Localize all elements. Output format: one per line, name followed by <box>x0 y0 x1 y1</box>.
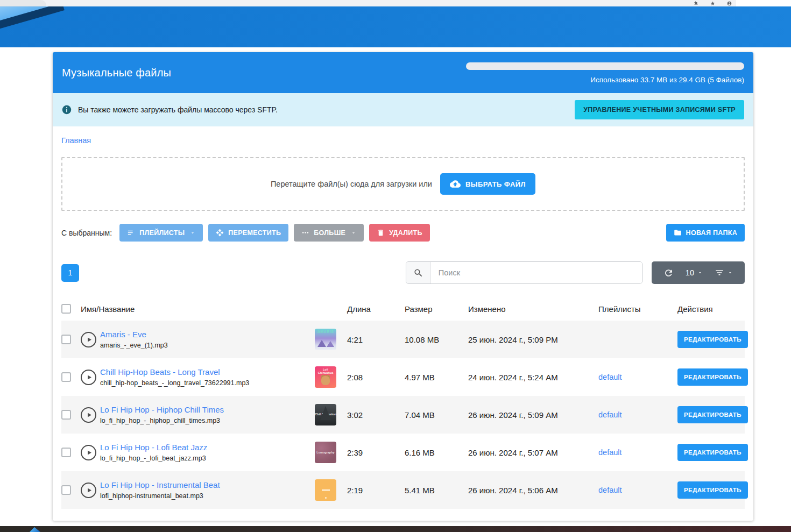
table-row: Chill Hip-Hop Beats - Long Travel chill_… <box>61 358 745 396</box>
more-button[interactable]: БОЛЬШЕ <box>294 224 364 242</box>
play-button[interactable] <box>81 407 96 423</box>
modified-cell: 26 июн. 2024 г., 5:09 AM <box>468 410 598 420</box>
column-header-actions: Действия <box>677 304 745 314</box>
play-button[interactable] <box>81 445 96 460</box>
move-button[interactable]: ПЕРЕМЕСТИТЬ <box>208 224 288 242</box>
play-button[interactable] <box>81 370 96 385</box>
chevron-down-icon <box>190 230 195 236</box>
chevron-down-icon <box>697 270 703 275</box>
edit-button[interactable]: РЕДАКТИРОВАТЬ <box>677 406 748 423</box>
search-icon-prefix <box>406 262 431 283</box>
sftp-info-banner: Вы также можете загружать файлы массово … <box>53 93 753 126</box>
play-button[interactable] <box>81 332 96 347</box>
row-checkbox[interactable] <box>61 335 71 344</box>
per-page-dropdown[interactable]: 10 <box>682 268 707 277</box>
duration-cell: 4:21 <box>347 335 405 344</box>
delete-button[interactable]: УДАЛИТЬ <box>369 224 430 242</box>
file-name: lo_fi_hip_hop_-_lofi_beat_jazz.mp3 <box>100 455 315 462</box>
duration-cell: 2:19 <box>347 486 405 495</box>
album-art <box>315 479 336 501</box>
edit-button[interactable]: РЕДАКТИРОВАТЬ <box>677 331 748 348</box>
playlist-link[interactable]: default <box>598 373 677 381</box>
per-page-value: 10 <box>686 268 694 277</box>
edit-button[interactable]: РЕДАКТИРОВАТЬ <box>677 481 748 499</box>
page-footer <box>0 526 791 532</box>
more-button-label: БОЛЬШЕ <box>314 229 345 237</box>
delete-button-label: УДАЛИТЬ <box>389 229 422 237</box>
chevron-down-icon <box>351 230 356 236</box>
new-folder-button-label: НОВАЯ ПАПКА <box>686 229 737 237</box>
edit-button[interactable]: РЕДАКТИРОВАТЬ <box>677 444 748 461</box>
album-art-label: AMARIS <box>315 330 336 334</box>
album-art: AMARIS <box>315 329 336 350</box>
table-row: Amaris - Eve amaris_-_eve_(1).mp3 AMARIS… <box>61 321 745 358</box>
new-folder-button[interactable]: НОВАЯ ПАПКА <box>666 224 745 242</box>
pagination-page-1-button[interactable]: 1 <box>61 264 79 282</box>
row-checkbox[interactable] <box>61 485 71 495</box>
play-icon <box>85 411 93 419</box>
file-name: lofi_hiphop-instrumental_beat.mp3 <box>100 492 315 500</box>
table-header-row: Имя/Название Длина Размер Изменено Плейл… <box>61 297 745 321</box>
size-cell: 5.41 MB <box>405 486 468 495</box>
search-input[interactable] <box>431 262 642 283</box>
playlist-icon <box>127 229 135 237</box>
with-selected-label: С выбранным: <box>61 229 112 237</box>
play-icon <box>85 373 93 381</box>
duration-cell: 3:02 <box>347 410 405 420</box>
footer-logo <box>30 527 40 532</box>
files-table: Имя/Название Длина Размер Изменено Плейл… <box>61 297 745 509</box>
file-title-link[interactable]: Chill Hip-Hop Beats - Long Travel <box>100 367 315 377</box>
row-checkbox[interactable] <box>61 372 71 382</box>
modified-cell: 24 июн. 2024 г., 5:24 AM <box>468 373 598 382</box>
playlist-link[interactable]: default <box>598 410 677 419</box>
browser-extension-icon[interactable] <box>694 1 698 6</box>
duration-cell: 2:39 <box>347 448 405 457</box>
more-horizontal-icon <box>301 229 309 237</box>
album-art-label: Lofi Chihuahua <box>315 368 336 374</box>
album-art-label: Lomography <box>315 451 336 454</box>
dropzone-prompt: Перетащите файл(ы) сюда для загрузки или <box>271 180 432 188</box>
upload-dropzone[interactable]: Перетащите файл(ы) сюда для загрузки или… <box>61 157 745 211</box>
move-button-label: ПЕРЕМЕСТИТЬ <box>228 229 281 237</box>
browser-bookmark-icon[interactable] <box>710 1 715 6</box>
select-all-checkbox[interactable] <box>61 304 71 314</box>
file-name: lo_fi_hip_hop_-_hiphop_chill_times.mp3 <box>100 417 315 424</box>
size-cell: 7.04 MB <box>405 410 468 420</box>
page-title: Музыкальные файлы <box>62 67 171 79</box>
table-row: Lo Fi Hip Hop - Lofi Beat Jazz lo_fi_hip… <box>61 434 745 471</box>
column-header-size: Размер <box>405 304 468 314</box>
play-icon <box>85 449 93 457</box>
file-title-link[interactable]: Lo Fi Hip Hop - Lofi Beat Jazz <box>100 443 315 452</box>
file-title-link[interactable]: Lo Fi Hip Hop - Instrumental Beat <box>100 480 315 490</box>
album-art: Chill Sensation <box>315 404 336 425</box>
playlist-link[interactable]: default <box>598 448 677 457</box>
breadcrumb-home-link[interactable]: Главная <box>61 136 91 145</box>
manage-sftp-accounts-button[interactable]: УПРАВЛЕНИЕ УЧЕТНЫМИ ЗАПИСЯМИ SFTP <box>575 100 744 119</box>
storage-usage-text: Использовано 33.7 MB из 29.4 GB (5 Файло… <box>590 76 744 84</box>
modified-cell: 26 июн. 2024 г., 5:06 AM <box>468 486 598 495</box>
filter-list-icon <box>715 268 724 278</box>
file-title-link[interactable]: Amaris - Eve <box>100 330 315 339</box>
browser-tab[interactable] <box>0 0 46 6</box>
edit-button[interactable]: РЕДАКТИРОВАТЬ <box>677 368 748 386</box>
play-icon <box>85 486 93 494</box>
playlist-link[interactable]: default <box>598 486 677 494</box>
choose-file-button[interactable]: ВЫБРАТЬ ФАЙЛ <box>440 173 535 195</box>
sort-filter-dropdown[interactable] <box>711 268 737 278</box>
browser-profile-icon[interactable] <box>727 1 732 6</box>
storage-usage: Использовано 33.7 MB из 29.4 GB (5 Файло… <box>466 61 744 84</box>
play-icon <box>85 336 93 344</box>
row-checkbox[interactable] <box>61 410 71 420</box>
choose-file-button-label: ВЫБРАТЬ ФАЙЛ <box>465 180 526 188</box>
file-title-link[interactable]: Lo Fi Hip Hop - Hiphop Chill Times <box>100 405 315 414</box>
hero-banner <box>0 6 791 47</box>
playlists-button[interactable]: ПЛЕЙЛИСТЫ <box>119 224 203 242</box>
row-checkbox[interactable] <box>61 448 71 457</box>
trash-icon <box>377 229 385 237</box>
list-controls-row: 1 10 <box>61 261 745 284</box>
storage-progress-bar <box>466 62 744 70</box>
folder-icon <box>674 229 682 237</box>
chevron-down-icon <box>728 270 733 275</box>
refresh-button[interactable] <box>660 268 677 278</box>
play-button[interactable] <box>81 483 96 498</box>
